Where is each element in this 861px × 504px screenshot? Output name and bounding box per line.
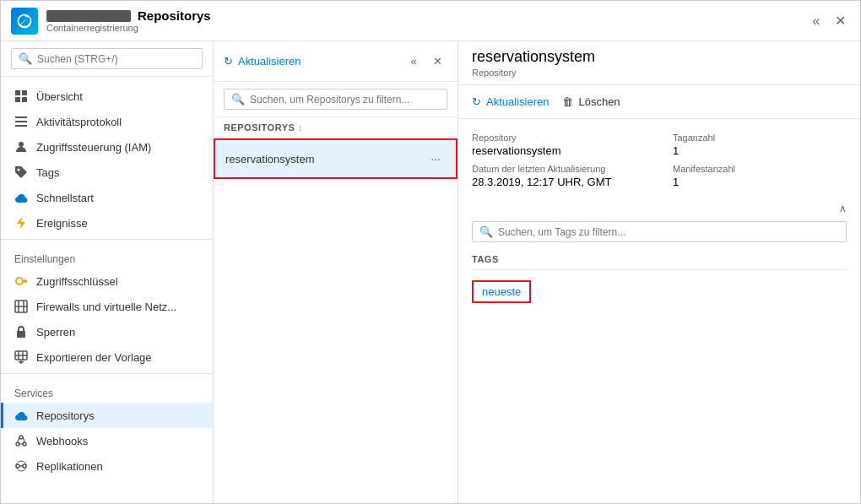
repo-list: reservationsystem ··· <box>214 138 458 503</box>
meta-datum: Datum der letzten Aktualisierung 28.3.20… <box>472 164 646 188</box>
top-bar: Repositorys Containerregistrierung « ✕ <box>1 1 860 41</box>
sort-icon[interactable]: ↕ <box>298 123 303 133</box>
svg-point-10 <box>16 278 23 285</box>
sidebar-item-webhooks[interactable]: Webhooks <box>1 428 213 453</box>
repo-item-actions: ··· <box>425 149 446 169</box>
panel-aktualisieren-button[interactable]: ↻ Aktualisieren <box>224 51 301 71</box>
section-einstellungen: Einstellungen <box>1 243 213 268</box>
detail-loeschen-button[interactable]: 🗑 Löschen <box>562 92 620 111</box>
sidebar-nav: Übersicht Aktivitätsprotokoll <box>1 77 213 503</box>
window-controls: « ✕ <box>806 11 850 31</box>
app-container: Repositorys Containerregistrierung « ✕ 🔍 <box>0 0 861 504</box>
sidebar-search-area: 🔍 <box>1 41 213 77</box>
app-title-group: Repositorys Containerregistrierung <box>46 8 806 33</box>
replicate-icon <box>14 459 28 473</box>
repo-item-reservationsystem[interactable]: reservationsystem ··· <box>214 138 458 179</box>
sidebar-item-label: Zugriffssteuerung (IAM) <box>36 141 151 154</box>
svg-rect-6 <box>15 125 27 127</box>
bolt-icon <box>14 216 28 230</box>
tag-item-neueste[interactable]: neueste <box>472 280 531 303</box>
tag-icon <box>14 165 28 179</box>
sidebar-item-sperren[interactable]: Sperren <box>1 319 213 344</box>
detail-subtitle: Repository <box>472 68 847 78</box>
nav-divider-2 <box>1 373 213 374</box>
sidebar-item-label: Ereignisse <box>36 217 88 230</box>
sidebar-item-repositorys[interactable]: Repositorys <box>1 403 213 428</box>
detail-title: reservationsystem <box>472 48 847 66</box>
repo-item-menu-button[interactable]: ··· <box>425 149 446 169</box>
detail-toolbar: ↻ Aktualisieren 🗑 Löschen <box>458 85 860 119</box>
collapse-button[interactable]: « <box>806 11 826 31</box>
sidebar-item-label: Repositorys <box>36 409 95 422</box>
sidebar-item-zugriffsschluessel[interactable]: Zugriffsschlüssel <box>1 268 213 294</box>
sidebar-item-label: Tags <box>36 166 59 179</box>
tags-search-input[interactable] <box>498 226 839 238</box>
repo-item-name: reservationsystem <box>225 153 425 165</box>
meta-datum-label: Datum der letzten Aktualisierung <box>472 164 646 174</box>
repo-table-header: REPOSITORYS ↕ <box>214 117 458 138</box>
sidebar-search-box[interactable]: 🔍 <box>11 48 203 69</box>
sidebar-item-label: Exportieren der Vorlage <box>36 351 152 364</box>
tags-table-header: TAGS <box>472 249 847 270</box>
sidebar-item-label: Sperren <box>36 326 75 339</box>
tags-list: neueste <box>472 274 847 303</box>
meta-manifestanzahl-label: Manifestanzahl <box>673 164 847 174</box>
delete-icon: 🗑 <box>562 95 573 108</box>
sidebar-search-input[interactable] <box>37 53 195 65</box>
meta-taganzahl-label: Taganzahl <box>673 133 847 143</box>
meta-taganzahl-value: 1 <box>673 144 847 157</box>
sidebar-item-zugriffssteuerung[interactable]: Zugriffssteuerung (IAM) <box>1 134 213 160</box>
meta-manifestanzahl: Manifestanzahl 1 <box>673 164 847 188</box>
collapse-detail-icon[interactable]: ∧ <box>839 203 847 214</box>
page-title: Repositorys <box>138 8 211 23</box>
panel-search-box[interactable]: 🔍 <box>224 89 447 110</box>
svg-rect-1 <box>22 90 27 95</box>
sidebar-item-label: Firewalls und virtuelle Netz... <box>36 301 176 313</box>
svg-rect-3 <box>22 97 27 102</box>
panel-close-button[interactable]: ✕ <box>427 51 447 72</box>
sidebar-item-schnellstart[interactable]: Schnellstart <box>1 185 213 210</box>
search-icon: 🔍 <box>19 52 32 65</box>
sidebar-item-aktivitaetsprotokoll[interactable]: Aktivitätsprotokoll <box>1 109 213 134</box>
svg-point-23 <box>19 436 23 439</box>
panel-collapse-button[interactable]: « <box>403 51 424 72</box>
svg-marker-9 <box>17 217 25 229</box>
app-name-placeholder <box>46 10 131 22</box>
sidebar-item-replikationen[interactable]: Replikationen <box>1 453 213 479</box>
tags-search-box[interactable]: 🔍 <box>472 221 847 242</box>
sidebar-item-ereignisse[interactable]: Ereignisse <box>1 210 213 236</box>
export-icon <box>14 350 28 364</box>
section-services: Services <box>1 377 213 403</box>
sidebar-item-label: Aktivitätsprotokoll <box>36 116 122 128</box>
key-icon <box>14 274 28 288</box>
sidebar-item-label: Schnellstart <box>36 192 94 204</box>
detail-content: Repository reservationsystem Taganzahl 1… <box>458 119 860 503</box>
svg-point-8 <box>18 169 20 171</box>
app-icon <box>11 8 38 35</box>
cloud-icon <box>14 191 28 204</box>
detail-meta-grid: Repository reservationsystem Taganzahl 1… <box>472 133 847 188</box>
sidebar-item-label: Replikationen <box>36 460 103 473</box>
search-icon: 🔍 <box>479 225 493 238</box>
sidebar-item-tags[interactable]: Tags <box>1 160 213 185</box>
sidebar-item-firewalls[interactable]: Firewalls und virtuelle Netz... <box>1 294 213 319</box>
panel-search-input[interactable] <box>250 94 440 106</box>
refresh-icon: ↻ <box>472 95 481 108</box>
meta-repository: Repository reservationsystem <box>472 133 646 157</box>
repo-icon <box>14 409 28 422</box>
panel-search-area: 🔍 <box>214 82 458 117</box>
sidebar-item-uebersicht[interactable]: Übersicht <box>1 84 213 109</box>
repositories-panel: ↻ Aktualisieren « ✕ 🔍 REPOSITORYS ↕ <box>214 41 458 503</box>
main-layout: 🔍 Übersicht <box>1 41 860 503</box>
detail-panel: reservationsystem Repository ↻ Aktualisi… <box>458 41 860 503</box>
lock-icon <box>14 325 28 339</box>
app-subtitle: Containerregistrierung <box>46 23 806 33</box>
webhook-icon <box>14 434 28 447</box>
detail-aktualisieren-button[interactable]: ↻ Aktualisieren <box>472 92 549 111</box>
meta-taganzahl: Taganzahl 1 <box>673 133 847 157</box>
svg-rect-4 <box>15 117 27 118</box>
close-button[interactable]: ✕ <box>830 11 850 31</box>
sidebar-item-exportieren[interactable]: Exportieren der Vorlage <box>1 344 213 370</box>
sidebar: 🔍 Übersicht <box>1 41 214 503</box>
sidebar-item-label: Webhooks <box>36 435 88 447</box>
